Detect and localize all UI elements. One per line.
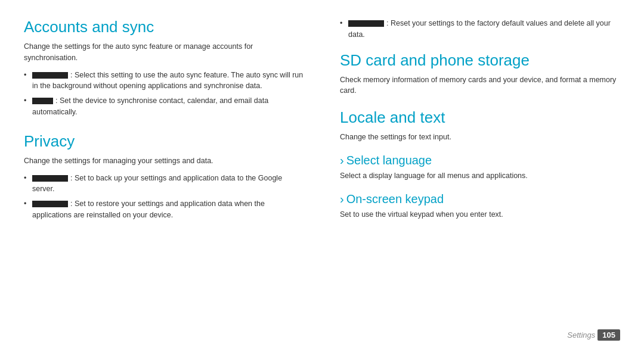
privacy-desc: Change the settings for managing your se… — [24, 155, 304, 167]
footer-label: Settings — [567, 331, 595, 339]
chevron-icon-keypad: › — [340, 192, 344, 206]
sd-desc: Check memory information of memory cards… — [340, 74, 620, 97]
footer: Settings 105 — [567, 329, 620, 341]
accounts-title: Accounts and sync — [24, 18, 304, 36]
bullet-block-5 — [348, 20, 384, 27]
privacy-bullet-2: : Set to restore your settings and appli… — [24, 198, 304, 221]
privacy-bullet-1: : Set to back up your settings and appli… — [24, 173, 304, 195]
accounts-bullet-2: : Set the device to synchronise contact,… — [24, 95, 304, 118]
onscreen-keypad-section: › On-screen keypad Set to use the virtua… — [340, 192, 620, 220]
onscreen-keypad-title: › On-screen keypad — [340, 192, 620, 206]
right-column: : Reset your settings to the factory def… — [322, 18, 620, 337]
privacy-title: Privacy — [24, 132, 304, 151]
privacy-extra-bullet: : Reset your settings to the factory def… — [340, 18, 620, 40]
select-language-desc: Select a display language for all menus … — [340, 170, 620, 182]
bullet-block-4 — [32, 201, 68, 207]
onscreen-keypad-desc: Set to use the virtual keypad when you e… — [340, 209, 620, 220]
bullet-block-3 — [32, 175, 68, 182]
accounts-desc: Change the settings for the auto sync fe… — [24, 41, 304, 64]
left-column: Accounts and sync Change the settings fo… — [24, 18, 322, 337]
locale-desc: Change the settings for text input. — [340, 132, 620, 143]
locale-section: Locale and text Change the settings for … — [340, 108, 620, 143]
privacy-section: Privacy Change the settings for managing… — [24, 132, 304, 221]
sd-section: SD card and phone storage Check memory i… — [340, 51, 620, 97]
select-language-section: › Select language Select a display langu… — [340, 154, 620, 182]
sd-title: SD card and phone storage — [340, 51, 620, 70]
chevron-icon-lang: › — [340, 154, 344, 167]
page-container: Accounts and sync Change the settings fo… — [0, 0, 644, 349]
bullet-block-1 — [32, 72, 68, 79]
select-language-title: › Select language — [340, 154, 620, 167]
accounts-bullet-1: : Select this setting to use the auto sy… — [24, 70, 304, 92]
bullet-block-2 — [32, 98, 53, 104]
accounts-section: Accounts and sync Change the settings fo… — [24, 18, 304, 118]
locale-title: Locale and text — [340, 108, 620, 127]
footer-page-number: 105 — [597, 329, 620, 341]
